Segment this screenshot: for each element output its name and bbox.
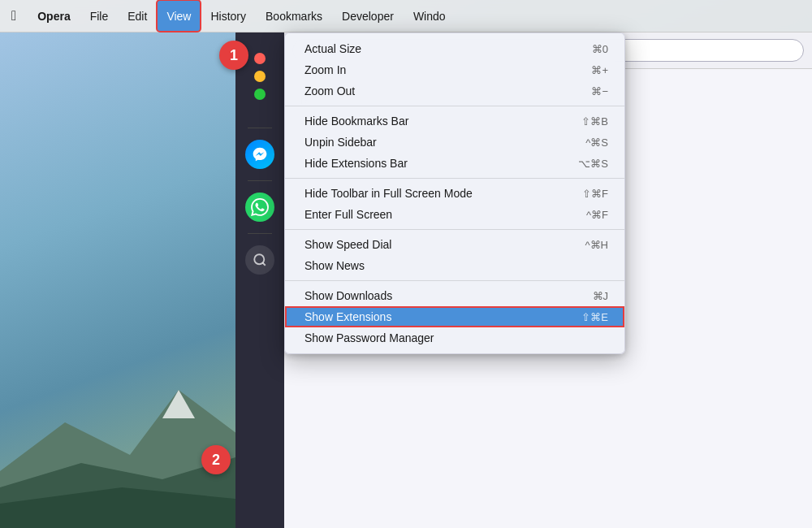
menu-item-show-downloads[interactable]: Show Downloads ⌘J <box>285 285 624 306</box>
show-extensions-shortcut: ⇧⌘E <box>581 311 608 323</box>
bookmarks-menu[interactable]: Bookmarks <box>256 0 332 32</box>
file-menu[interactable]: File <box>80 0 119 32</box>
zoom-out-shortcut: ⌘− <box>591 85 608 97</box>
menu-item-show-extensions[interactable]: Show Extensions ⇧⌘E <box>285 306 624 327</box>
messenger-icon[interactable] <box>245 140 274 169</box>
search-sidebar-icon[interactable] <box>245 245 274 275</box>
close-button[interactable] <box>254 53 266 64</box>
minimize-button[interactable] <box>254 71 266 82</box>
unpin-sidebar-shortcut: ^⌘S <box>585 136 608 149</box>
badge-2: 2 <box>201 445 231 474</box>
zoom-in-shortcut: ⌘+ <box>591 64 608 76</box>
menu-item-show-speed-dial[interactable]: Show Speed Dial ^⌘H <box>285 234 624 255</box>
show-speed-dial-label: Show Speed Dial <box>304 238 569 251</box>
badge-1-label: 1 <box>230 47 238 64</box>
show-speed-dial-shortcut: ^⌘H <box>585 239 609 251</box>
hide-bookmarks-bar-label: Hide Bookmarks Bar <box>304 115 565 128</box>
show-password-manager-label: Show Password Manager <box>304 331 592 344</box>
zoom-out-label: Zoom Out <box>304 84 575 97</box>
edit-menu[interactable]: Edit <box>118 0 157 32</box>
zoom-in-label: Zoom In <box>304 63 575 76</box>
history-menu[interactable]: History <box>201 0 256 32</box>
developer-menu[interactable]: Developer <box>332 0 404 32</box>
maximize-button[interactable] <box>254 89 266 100</box>
show-extensions-label: Show Extensions <box>304 310 565 323</box>
menu-item-zoom-out[interactable]: Zoom Out ⌘− <box>285 80 624 102</box>
menu-item-show-news[interactable]: Show News <box>285 255 624 276</box>
opera-sidebar <box>235 32 284 528</box>
window-menu[interactable]: Windo <box>404 0 456 32</box>
show-downloads-shortcut: ⌘J <box>593 290 609 302</box>
menu-item-show-password-manager[interactable]: Show Password Manager <box>285 327 624 348</box>
svg-line-9 <box>262 262 265 265</box>
hide-toolbar-fullscreen-label: Hide Toolbar in Full Screen Mode <box>304 187 566 200</box>
whatsapp-icon[interactable] <box>245 193 274 222</box>
sidebar-divider-1 <box>248 128 272 128</box>
unpin-sidebar-label: Unpin Sidebar <box>304 136 569 149</box>
hide-extensions-bar-label: Hide Extensions Bar <box>304 157 562 170</box>
menu-item-hide-bookmarks-bar[interactable]: Hide Bookmarks Bar ⇧⌘B <box>285 110 624 132</box>
hide-extensions-bar-shortcut: ⌥⌘S <box>578 158 608 170</box>
show-news-label: Show News <box>304 259 592 272</box>
separator-2 <box>285 178 624 179</box>
menu-bar:  Opera File Edit View History Bookmarks… <box>0 0 812 32</box>
separator-4 <box>285 280 624 281</box>
actual-size-shortcut: ⌘0 <box>592 43 608 55</box>
view-menu[interactable]: View <box>157 0 201 32</box>
menu-item-hide-toolbar-fullscreen[interactable]: Hide Toolbar in Full Screen Mode ⇧⌘F <box>285 183 624 204</box>
traffic-lights <box>254 53 266 100</box>
view-dropdown-menu: Actual Size ⌘0 Zoom In ⌘+ Zoom Out ⌘− Hi… <box>284 32 625 354</box>
sidebar-divider-2 <box>248 180 272 181</box>
apple-menu[interactable]:  <box>0 0 28 32</box>
actual-size-label: Actual Size <box>304 42 576 55</box>
separator-1 <box>285 106 624 106</box>
enter-full-screen-shortcut: ^⌘F <box>586 209 608 221</box>
enter-full-screen-label: Enter Full Screen <box>304 208 570 221</box>
badge-2-label: 2 <box>212 452 220 469</box>
opera-menu[interactable]: Opera <box>28 0 80 32</box>
hide-bookmarks-bar-shortcut: ⇧⌘B <box>581 115 608 128</box>
separator-3 <box>285 229 624 230</box>
svg-point-8 <box>254 254 264 264</box>
sidebar-divider-3 <box>248 233 272 234</box>
menu-item-hide-extensions-bar[interactable]: Hide Extensions Bar ⌥⌘S <box>285 153 624 174</box>
badge-1: 1 <box>219 41 248 70</box>
menu-item-zoom-in[interactable]: Zoom In ⌘+ <box>285 59 624 80</box>
hide-toolbar-fullscreen-shortcut: ⇧⌘F <box>582 188 608 200</box>
menu-item-unpin-sidebar[interactable]: Unpin Sidebar ^⌘S <box>285 132 624 153</box>
menu-item-actual-size[interactable]: Actual Size ⌘0 <box>285 38 624 59</box>
menu-item-enter-full-screen[interactable]: Enter Full Screen ^⌘F <box>285 204 624 225</box>
show-downloads-label: Show Downloads <box>304 289 577 302</box>
